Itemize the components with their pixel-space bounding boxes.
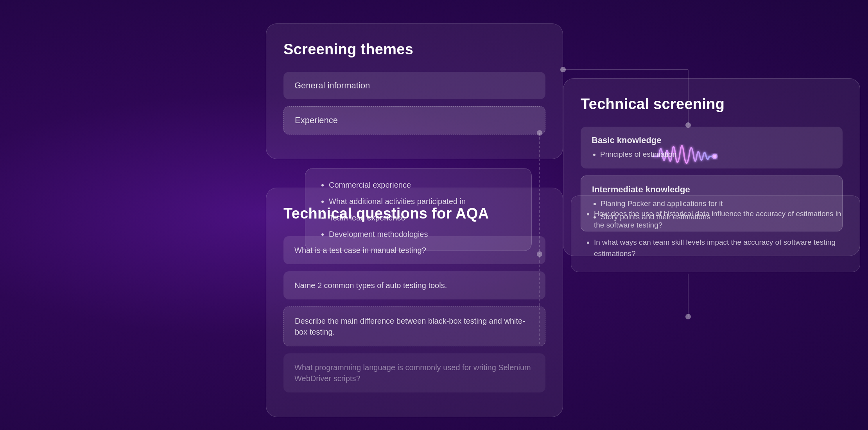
question-item-4[interactable]: What programming language is commonly us… xyxy=(283,353,545,392)
question-item-1[interactable]: What is a test case in manual testing? xyxy=(283,236,545,264)
intermediate-knowledge-title: Intermediate knowledge xyxy=(592,185,831,195)
tech-questions-card: Technical questions for AQA What is a te… xyxy=(266,188,563,417)
basic-knowledge-title: Basic knowledge xyxy=(592,135,832,145)
expanded-questions-panel: How does the use of historical data infl… xyxy=(571,195,860,272)
expanded-question-2: In what ways can team skill levels impac… xyxy=(594,237,846,259)
experience-item[interactable]: Experience xyxy=(283,106,545,134)
expanded-question-1: How does the use of historical data infl… xyxy=(594,208,846,231)
question-item-2[interactable]: Name 2 common types of auto testing tool… xyxy=(283,271,545,299)
basic-knowledge-item-1: Principles of estimation xyxy=(600,149,832,160)
question-item-3[interactable]: Describe the main difference between bla… xyxy=(283,306,545,346)
basic-knowledge-section[interactable]: Basic knowledge Principles of estimation xyxy=(581,127,843,168)
main-container: Screening themes General information Exp… xyxy=(266,23,860,407)
screening-themes-card: Screening themes General information Exp… xyxy=(266,23,563,159)
tech-questions-title: Technical questions for AQA xyxy=(283,205,545,222)
screening-themes-title: Screening themes xyxy=(283,41,545,58)
general-information-item[interactable]: General information xyxy=(283,72,545,99)
svg-point-8 xyxy=(685,314,691,319)
technical-screening-title: Technical screening xyxy=(581,96,843,113)
